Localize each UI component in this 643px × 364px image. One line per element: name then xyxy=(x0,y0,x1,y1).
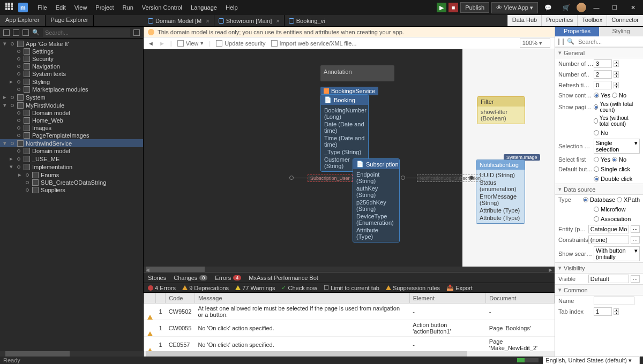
type-assoc[interactable] xyxy=(594,216,599,222)
group-general[interactable]: ▾General xyxy=(555,47,643,58)
tree-item[interactable]: System texts xyxy=(0,70,143,78)
entity-filter[interactable]: Filter showFilter (Boolean) xyxy=(477,96,525,124)
tree-item[interactable]: Settings xyxy=(0,48,143,55)
expand-all-icon[interactable] xyxy=(3,29,10,36)
subtab-properties[interactable]: Properties xyxy=(555,27,599,36)
props-search[interactable] xyxy=(578,38,643,46)
tab-toolbox[interactable]: Toolbox xyxy=(577,15,607,26)
constraints-input[interactable] xyxy=(588,236,629,244)
close-tab-icon[interactable]: × xyxy=(206,18,209,24)
selmode-select[interactable]: Single selection▾ xyxy=(594,139,640,154)
name-input[interactable] xyxy=(594,297,634,305)
doc-tab[interactable]: Booking_view [Ma× xyxy=(285,15,326,26)
assoc-notiflog-sub[interactable]: NotificationLog_Subscription xyxy=(417,175,483,182)
filter-deprecations[interactable]: 9 Deprecations xyxy=(182,285,229,291)
dock-tab-mxassist[interactable]: MxAssist Performance Bot xyxy=(249,275,318,281)
tree-item[interactable]: ▸Enums xyxy=(0,171,143,179)
chat-icon[interactable]: 💬 xyxy=(540,2,556,13)
menu-file[interactable]: File xyxy=(33,4,51,11)
group-datasource[interactable]: ▾Data source xyxy=(555,184,643,195)
avatar[interactable] xyxy=(577,3,586,12)
type-db[interactable] xyxy=(583,197,588,202)
annotation-box[interactable]: Annotation xyxy=(320,65,394,81)
tree-item[interactable]: ▾App 'Go Make It' xyxy=(0,40,143,48)
menu-vcs[interactable]: Version Control xyxy=(138,4,186,11)
menu-project[interactable]: Project xyxy=(91,4,118,11)
filter-warnings[interactable]: 77 Warnings xyxy=(235,285,275,291)
tree-item[interactable]: Domain model xyxy=(0,147,143,155)
check-now-button[interactable]: ✓Check now xyxy=(281,284,317,291)
tree-item[interactable]: Marketplace modules xyxy=(0,86,143,93)
canvas-scroll[interactable]: ◄► xyxy=(144,267,555,272)
group-visibility[interactable]: ▾Visibility xyxy=(555,262,643,274)
dbtn-double[interactable] xyxy=(594,176,599,181)
suppression-rules[interactable]: Suppression rules xyxy=(386,285,440,291)
menu-edit[interactable]: Edit xyxy=(51,4,70,11)
subtab-styling[interactable]: Styling xyxy=(599,27,643,36)
apps-icon[interactable] xyxy=(5,3,15,12)
dock-tab-errors[interactable]: Errors4 xyxy=(215,275,241,281)
tab-page-explorer[interactable]: Page Explorer xyxy=(46,15,94,26)
paging-opt0[interactable] xyxy=(594,104,598,110)
tree-item[interactable]: Domain model xyxy=(0,109,143,117)
close-icon[interactable]: ✕ xyxy=(625,2,641,13)
fwd-icon[interactable]: ► xyxy=(159,40,165,47)
language-select[interactable]: English, United States (default) ▾ xyxy=(543,357,640,365)
maximize-icon[interactable]: ☐ xyxy=(607,2,623,13)
selfirst-no[interactable] xyxy=(612,157,617,162)
tab-datahub[interactable]: Data Hub xyxy=(507,15,541,26)
props-icon1[interactable] xyxy=(558,39,559,45)
error-row[interactable]: 1CE0557No 'On click' action specified.-P… xyxy=(144,337,555,352)
view-app-button[interactable]: 👁 View App ▾ xyxy=(491,2,538,13)
tab-app-explorer[interactable]: App Explorer xyxy=(0,15,46,26)
close-tab-icon[interactable]: × xyxy=(276,18,279,24)
paging-opt2[interactable] xyxy=(594,130,599,135)
limit-tab-toggle[interactable]: ☐Limit to current tab xyxy=(324,284,379,291)
searchbar-select[interactable]: With button (initially▾ xyxy=(594,246,640,261)
domain-canvas[interactable]: Annotation BookingsService 📄Booking Book… xyxy=(144,49,555,267)
publish-button[interactable]: Publish xyxy=(460,2,489,13)
error-row[interactable]: 1CW9502At least one allowed role must be… xyxy=(144,304,555,320)
number-cols-input[interactable] xyxy=(594,70,612,79)
entity-subscription[interactable]: 📄Subscription Endpoint (String)authKey (… xyxy=(353,158,400,242)
tree-item[interactable]: Images xyxy=(0,124,143,132)
number-rows-input[interactable] xyxy=(594,59,612,68)
view-dropdown[interactable]: View ▾ xyxy=(177,40,204,47)
tree-item[interactable]: ▸Styling xyxy=(0,78,143,86)
tree-item[interactable]: ▾NorthwindService xyxy=(0,139,143,147)
minimize-icon[interactable]: — xyxy=(588,2,604,13)
spinner[interactable]: ▴▾ xyxy=(614,60,619,67)
sidebar-search[interactable] xyxy=(43,28,130,37)
entity-notificationlog[interactable]: NotificationLog UUID (String)Status (enu… xyxy=(476,160,525,224)
refresh-input[interactable] xyxy=(594,81,612,89)
dbtn-single[interactable] xyxy=(594,166,599,172)
doc-tab[interactable]: Domain Model [M× xyxy=(144,15,214,26)
type-mf[interactable] xyxy=(594,207,599,212)
tree-item[interactable]: PageTemplateImages xyxy=(0,132,143,139)
tree-item[interactable]: SUB_CreateODataString xyxy=(0,179,143,186)
visible-browse[interactable]: ··· xyxy=(631,275,640,283)
menu-lang[interactable]: Language xyxy=(186,4,221,11)
update-security-button[interactable]: Update security xyxy=(216,40,265,47)
import-button[interactable]: Import web service/XML file... xyxy=(271,40,357,47)
dock-tab-changes[interactable]: Changes0 xyxy=(174,275,207,281)
tree-item[interactable]: ▾MyFirstModule xyxy=(0,101,143,109)
menu-view[interactable]: View xyxy=(70,4,92,11)
zoom-select[interactable]: 100% ▾ xyxy=(520,39,550,48)
paging-opt1[interactable] xyxy=(594,118,598,124)
selfirst-yes[interactable] xyxy=(594,157,599,162)
ctrlbar-yes[interactable] xyxy=(594,93,599,98)
entity-browse[interactable]: ··· xyxy=(631,225,640,233)
menu-run[interactable]: Run xyxy=(118,4,138,11)
cart-icon[interactable]: 🛒 xyxy=(558,2,574,13)
assoc-subscription-user[interactable]: Subscription_User xyxy=(308,175,353,182)
back-icon[interactable]: ◄ xyxy=(148,40,154,47)
tree-item[interactable]: Navigation xyxy=(0,63,143,70)
tree-item[interactable]: ▸_USE_ME xyxy=(0,155,143,163)
menu-help[interactable]: Help xyxy=(221,4,242,11)
tree-item[interactable]: Security xyxy=(0,55,143,63)
tabindex-input[interactable] xyxy=(594,307,612,316)
tree-item[interactable]: Home_Web xyxy=(0,117,143,124)
dock-scroll[interactable] xyxy=(144,351,555,357)
tree-item[interactable]: Suppliers xyxy=(0,186,143,194)
